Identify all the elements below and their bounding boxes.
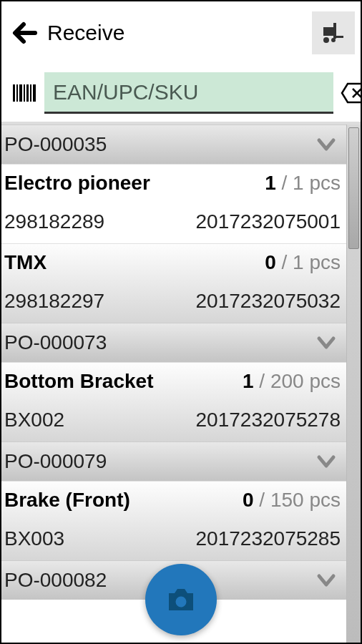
item-barcode: 2017232075032 [196,290,341,313]
scrollbar-thumb[interactable] [348,127,359,249]
item-barcode: 2017232075001 [196,210,341,233]
forklift-button[interactable] [312,11,355,54]
svg-rect-1 [323,27,333,36]
po-number: PO-000079 [4,450,107,473]
list-item[interactable]: Brake (Front) 0 / 150 pcs BX003 20172320… [1,481,346,560]
svg-rect-2 [333,23,336,39]
item-name: Brake (Front) [4,489,130,512]
barcode-icon [11,80,37,106]
svg-point-4 [323,37,329,43]
svg-rect-9 [24,84,25,102]
item-qty: 0 / 1 pcs [265,251,341,274]
item-sku: BX003 [4,527,64,550]
list-item[interactable]: TMX 0 / 1 pcs 298182297 2017232075032 [1,243,346,323]
list-item[interactable]: Bottom Bracket 1 / 200 pcs BX002 2017232… [1,362,346,441]
backspace-icon [341,82,362,104]
chevron-down-icon [315,450,338,473]
list-item[interactable]: Electro pioneer 1 / 1 pcs 298182289 2017… [1,164,346,243]
scrollbar[interactable] [346,125,361,643]
item-qty: 1 / 200 pcs [243,370,341,393]
camera-fab[interactable] [145,564,217,635]
back-arrow-icon [11,19,39,47]
page-title: Receive [47,21,312,45]
clear-input-button[interactable] [341,77,362,109]
item-barcode: 2017232075278 [196,409,341,431]
po-header[interactable]: PO-000079 [1,441,346,481]
svg-point-5 [331,38,336,42]
svg-rect-10 [26,84,29,102]
search-input[interactable] [44,72,333,114]
chevron-down-icon [315,133,338,156]
item-name: TMX [4,251,47,274]
forklift-icon [321,20,346,46]
search-bar [1,64,361,122]
svg-rect-6 [13,84,15,102]
item-barcode: 2017232075285 [196,527,341,550]
svg-rect-8 [19,84,22,102]
po-number: PO-000082 [4,569,107,592]
camera-icon [162,580,200,619]
item-name: Bottom Bracket [4,370,153,393]
po-header[interactable]: PO-000035 [1,125,346,164]
svg-rect-12 [33,84,36,102]
svg-rect-11 [30,84,31,102]
po-number: PO-000073 [4,331,107,354]
item-sku: BX002 [4,409,64,431]
item-name: Electro pioneer [4,172,150,195]
svg-rect-7 [16,84,18,102]
item-sku: 298182297 [4,290,104,313]
po-header[interactable]: PO-000073 [1,323,346,362]
item-qty: 0 / 150 pcs [243,489,341,512]
svg-rect-3 [336,36,343,38]
back-button[interactable] [7,15,43,51]
app-header: Receive [1,1,361,64]
item-qty: 1 / 1 pcs [265,172,341,195]
item-sku: 298182289 [4,210,104,233]
po-number: PO-000035 [4,133,107,156]
chevron-down-icon [315,331,338,354]
chevron-down-icon [315,569,338,592]
